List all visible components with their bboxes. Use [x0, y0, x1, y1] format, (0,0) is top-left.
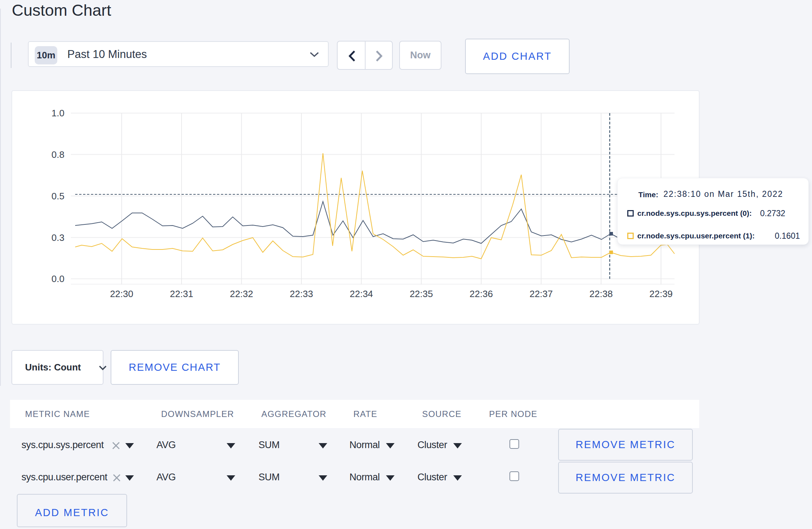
svg-text:22:36: 22:36 — [470, 288, 493, 299]
svg-text:1.0: 1.0 — [52, 108, 64, 118]
svg-text:22:38: 22:38 — [589, 288, 613, 299]
svg-text:0.3: 0.3 — [52, 232, 64, 243]
svg-text:0.8: 0.8 — [52, 149, 64, 160]
svg-text:22:31: 22:31 — [170, 288, 193, 299]
svg-text:22:33: 22:33 — [290, 288, 313, 299]
svg-text:22:37: 22:37 — [530, 288, 553, 299]
svg-text:22:34: 22:34 — [350, 288, 373, 299]
svg-text:22:30: 22:30 — [110, 288, 133, 299]
svg-text:22:32: 22:32 — [230, 288, 253, 299]
svg-text:22:39: 22:39 — [649, 288, 673, 299]
svg-text:0.0: 0.0 — [52, 273, 64, 284]
svg-text:0.5: 0.5 — [52, 191, 64, 202]
svg-text:22:35: 22:35 — [410, 288, 433, 299]
